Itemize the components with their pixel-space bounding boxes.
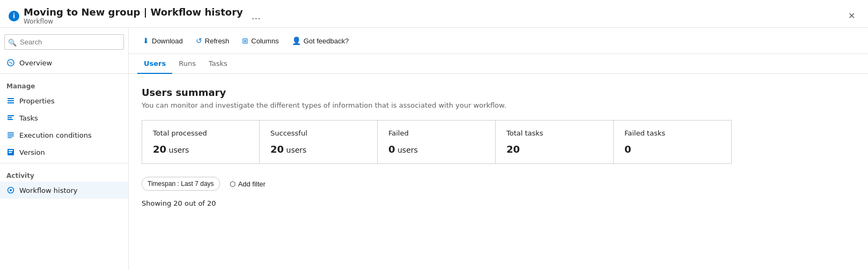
version-label: Version — [19, 148, 45, 156]
search-container: 🔍 — [4, 34, 124, 50]
workflow-history-label: Workflow history — [19, 186, 78, 194]
toolbar: ⬇ Download ↺ Refresh ⊞ Columns 👤 Got fee… — [129, 28, 868, 54]
showing-text: Showing 20 out of 20 — [142, 199, 855, 207]
card-failed-tasks: Failed tasks 0 — [614, 120, 732, 164]
version-icon — [6, 148, 15, 156]
card-total-processed-value: 20 users — [153, 144, 248, 155]
sidebar-item-execution[interactable]: Execution conditions — [0, 126, 128, 144]
activity-section-label: Activity — [0, 166, 128, 182]
card-total-tasks-value: 20 — [506, 144, 602, 155]
overview-icon — [6, 58, 15, 67]
refresh-icon: ↺ — [196, 36, 202, 45]
download-button[interactable]: ⬇ Download — [137, 33, 188, 48]
close-button[interactable]: ✕ — [844, 9, 859, 23]
svg-rect-12 — [9, 150, 13, 151]
filter-icon: ⬡ — [230, 180, 236, 188]
tab-runs[interactable]: Runs — [172, 54, 202, 74]
page-title: Moving to New group | Workflow history — [24, 6, 243, 18]
columns-label: Columns — [251, 37, 278, 45]
svg-rect-6 — [8, 119, 13, 120]
add-filter-button[interactable]: ⬡ Add filter — [224, 177, 271, 191]
svg-rect-3 — [8, 102, 14, 103]
main-layout: 🔍 Overview Manage Properties — [0, 28, 868, 270]
tasks-label: Tasks — [19, 114, 38, 122]
more-options-button[interactable]: ... — [247, 8, 265, 24]
summary-cards: Total processed 20 users Successful 20 u… — [142, 120, 855, 164]
card-successful-label: Successful — [270, 129, 366, 137]
manage-section-label: Manage — [0, 76, 128, 92]
overview-label: Overview — [19, 59, 52, 67]
sidebar-item-version[interactable]: Version — [0, 144, 128, 161]
sidebar-item-overview[interactable]: Overview — [0, 54, 128, 71]
card-failed-tasks-value: 0 — [624, 144, 720, 155]
svg-rect-5 — [8, 117, 12, 118]
svg-rect-2 — [8, 100, 14, 101]
sidebar-item-workflow-history[interactable]: Workflow history — [0, 182, 128, 199]
card-total-processed-label: Total processed — [153, 129, 248, 137]
card-failed-tasks-label: Failed tasks — [624, 129, 720, 137]
refresh-label: Refresh — [205, 37, 230, 45]
header: i Moving to New group | Workflow history… — [0, 0, 868, 28]
properties-label: Properties — [19, 97, 55, 105]
download-icon: ⬇ — [143, 36, 149, 45]
section-desc: You can monitor and investigate the diff… — [142, 101, 855, 109]
activity-divider — [0, 163, 128, 163]
filter-bar: Timespan : Last 7 days ⬡ Add filter — [142, 177, 855, 191]
columns-button[interactable]: ⊞ Columns — [237, 33, 284, 48]
header-title-group: Moving to New group | Workflow history W… — [24, 6, 243, 25]
svg-rect-1 — [8, 98, 14, 99]
add-filter-label: Add filter — [238, 180, 266, 188]
info-icon: i — [9, 11, 19, 21]
tab-users[interactable]: Users — [137, 54, 172, 74]
sidebar-item-properties[interactable]: Properties — [0, 92, 128, 109]
card-total-processed: Total processed 20 users — [142, 120, 260, 164]
card-failed-value: 0 users — [388, 144, 484, 155]
svg-rect-8 — [8, 134, 14, 135]
sidebar-item-tasks[interactable]: Tasks — [0, 109, 128, 126]
section-title: Users summary — [142, 87, 855, 98]
svg-rect-9 — [8, 136, 14, 137]
search-icon: 🔍 — [8, 38, 17, 46]
properties-icon — [6, 96, 15, 105]
columns-icon: ⊞ — [242, 36, 248, 45]
tasks-icon — [6, 114, 15, 122]
svg-rect-10 — [8, 137, 12, 138]
workflow-history-icon — [6, 186, 15, 194]
card-total-tasks: Total tasks 20 — [496, 120, 614, 164]
card-successful: Successful 20 users — [260, 120, 378, 164]
card-failed-label: Failed — [388, 129, 484, 137]
timespan-label: Timespan : Last 7 days — [148, 180, 214, 188]
svg-rect-4 — [8, 115, 14, 116]
refresh-button[interactable]: ↺ Refresh — [190, 33, 235, 48]
page-subtitle: Workflow — [24, 18, 243, 25]
feedback-button[interactable]: 👤 Got feedback? — [286, 33, 355, 48]
execution-label: Execution conditions — [19, 131, 92, 139]
execution-icon — [6, 131, 15, 139]
search-input[interactable] — [4, 34, 124, 50]
manage-divider — [0, 73, 128, 74]
sidebar: 🔍 Overview Manage Properties — [0, 28, 129, 270]
tabs: Users Runs Tasks — [129, 54, 868, 74]
header-left: i Moving to New group | Workflow history… — [9, 6, 265, 25]
content-area: ⬇ Download ↺ Refresh ⊞ Columns 👤 Got fee… — [129, 28, 868, 270]
card-total-tasks-label: Total tasks — [506, 129, 602, 137]
svg-point-15 — [10, 189, 12, 191]
svg-rect-13 — [9, 152, 12, 153]
download-label: Download — [152, 37, 183, 45]
tab-tasks[interactable]: Tasks — [202, 54, 234, 74]
content-body: Users summary You can monitor and invest… — [129, 74, 868, 270]
svg-rect-7 — [8, 132, 14, 133]
feedback-icon: 👤 — [292, 36, 301, 45]
card-successful-value: 20 users — [270, 144, 366, 155]
feedback-label: Got feedback? — [304, 37, 349, 45]
timespan-filter[interactable]: Timespan : Last 7 days — [142, 177, 220, 191]
card-failed: Failed 0 users — [378, 120, 496, 164]
